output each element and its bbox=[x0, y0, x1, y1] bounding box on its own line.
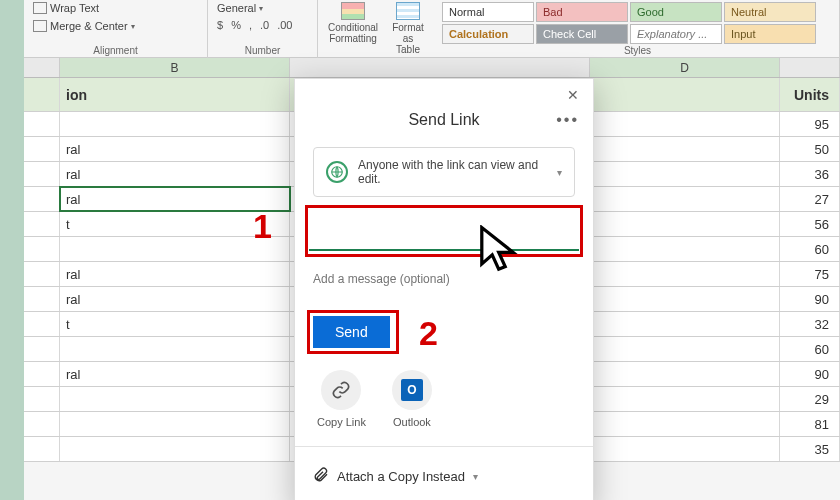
cell[interactable] bbox=[590, 137, 780, 161]
cell[interactable] bbox=[590, 337, 780, 361]
cell[interactable]: ral bbox=[60, 287, 290, 311]
cell[interactable]: 36 bbox=[780, 162, 840, 186]
cell[interactable] bbox=[24, 212, 60, 236]
style-normal[interactable]: Normal bbox=[442, 2, 534, 22]
cell[interactable] bbox=[590, 162, 780, 186]
col-header-c[interactable] bbox=[290, 58, 590, 77]
cell[interactable] bbox=[24, 362, 60, 386]
cell[interactable]: Units bbox=[780, 78, 840, 111]
style-neutral[interactable]: Neutral bbox=[724, 2, 816, 22]
cell[interactable] bbox=[24, 337, 60, 361]
cell[interactable] bbox=[24, 112, 60, 136]
cell[interactable] bbox=[590, 212, 780, 236]
style-bad[interactable]: Bad bbox=[536, 2, 628, 22]
cell[interactable] bbox=[60, 112, 290, 136]
cell[interactable] bbox=[24, 437, 60, 461]
cell[interactable]: 56 bbox=[780, 212, 840, 236]
col-header-b[interactable]: B bbox=[60, 58, 290, 77]
cell-styles-gallery: Normal Bad Good Neutral Calculation Chec… bbox=[442, 0, 833, 44]
attach-copy-button[interactable]: Attach a Copy Instead ▾ bbox=[295, 457, 593, 500]
cell[interactable] bbox=[24, 137, 60, 161]
increase-decimal-button[interactable]: .0 bbox=[257, 18, 272, 32]
style-explanatory[interactable]: Explanatory ... bbox=[630, 24, 722, 44]
style-calculation[interactable]: Calculation bbox=[442, 24, 534, 44]
cell[interactable]: 90 bbox=[780, 287, 840, 311]
send-button[interactable]: Send bbox=[313, 316, 390, 348]
cell[interactable]: 60 bbox=[780, 337, 840, 361]
cell[interactable] bbox=[24, 387, 60, 411]
outlook-button[interactable]: O Outlook bbox=[392, 370, 432, 428]
number-format-dropdown[interactable]: General ▾ bbox=[214, 0, 311, 16]
cell[interactable]: 50 bbox=[780, 137, 840, 161]
style-check-cell[interactable]: Check Cell bbox=[536, 24, 628, 44]
cell[interactable] bbox=[24, 287, 60, 311]
cell[interactable] bbox=[590, 312, 780, 336]
cell[interactable] bbox=[24, 262, 60, 286]
link-permission-button[interactable]: Anyone with the link can view and edit. … bbox=[313, 147, 575, 197]
cell[interactable]: 60 bbox=[780, 237, 840, 261]
cell[interactable] bbox=[590, 387, 780, 411]
cell[interactable]: ion bbox=[60, 78, 290, 111]
cell[interactable] bbox=[590, 78, 780, 111]
cell[interactable] bbox=[590, 237, 780, 261]
ribbon: Wrap Text Merge & Center ▾ Alignment Gen… bbox=[24, 0, 840, 58]
cell[interactable]: 35 bbox=[780, 437, 840, 461]
merge-center-button[interactable]: Merge & Center ▾ bbox=[30, 18, 201, 34]
cell[interactable]: 32 bbox=[780, 312, 840, 336]
cell[interactable]: ral bbox=[60, 362, 290, 386]
cell[interactable]: 29 bbox=[780, 387, 840, 411]
cell[interactable] bbox=[24, 187, 60, 211]
cell[interactable]: 95 bbox=[780, 112, 840, 136]
excel-window: Wrap Text Merge & Center ▾ Alignment Gen… bbox=[24, 0, 840, 500]
cell[interactable] bbox=[60, 437, 290, 461]
cell[interactable] bbox=[590, 187, 780, 211]
more-options-button[interactable]: ••• bbox=[556, 111, 579, 129]
outlook-label: Outlook bbox=[393, 416, 431, 428]
conditional-formatting-label: Conditional Formatting bbox=[328, 22, 378, 44]
annotation-number-2: 2 bbox=[419, 314, 438, 353]
col-header-e[interactable] bbox=[780, 58, 840, 77]
cell[interactable]: t bbox=[60, 312, 290, 336]
format-as-table-button[interactable]: Format as Table bbox=[386, 0, 430, 57]
cell[interactable]: ral bbox=[60, 262, 290, 286]
cell[interactable] bbox=[60, 387, 290, 411]
cell[interactable]: 27 bbox=[780, 187, 840, 211]
globe-icon bbox=[326, 161, 348, 183]
cell[interactable] bbox=[590, 412, 780, 436]
comma-button[interactable]: , bbox=[246, 18, 255, 32]
copy-link-button[interactable]: Copy Link bbox=[317, 370, 366, 428]
cell[interactable] bbox=[590, 287, 780, 311]
cell[interactable]: ral bbox=[60, 162, 290, 186]
style-input[interactable]: Input bbox=[724, 24, 816, 44]
col-header-d[interactable]: D bbox=[590, 58, 780, 77]
style-good[interactable]: Good bbox=[630, 2, 722, 22]
cell[interactable] bbox=[24, 78, 60, 111]
cell[interactable]: 75 bbox=[780, 262, 840, 286]
decrease-decimal-button[interactable]: .00 bbox=[274, 18, 295, 32]
cell[interactable] bbox=[590, 262, 780, 286]
cell[interactable] bbox=[60, 412, 290, 436]
recipients-input[interactable] bbox=[309, 211, 579, 251]
cell[interactable] bbox=[24, 162, 60, 186]
merge-icon bbox=[33, 20, 47, 32]
wrap-text-label: Wrap Text bbox=[50, 2, 99, 14]
wrap-text-button[interactable]: Wrap Text bbox=[30, 0, 201, 16]
cell[interactable] bbox=[60, 337, 290, 361]
cell[interactable] bbox=[590, 362, 780, 386]
cell[interactable]: 90 bbox=[780, 362, 840, 386]
cell[interactable] bbox=[590, 437, 780, 461]
chevron-down-icon: ▾ bbox=[557, 167, 562, 178]
currency-button[interactable]: $ bbox=[214, 18, 226, 32]
close-button[interactable]: ✕ bbox=[561, 85, 585, 105]
col-header-a[interactable] bbox=[24, 58, 60, 77]
cell[interactable] bbox=[24, 412, 60, 436]
cell[interactable] bbox=[24, 312, 60, 336]
conditional-formatting-button[interactable]: Conditional Formatting bbox=[324, 0, 382, 46]
cell[interactable]: 81 bbox=[780, 412, 840, 436]
cell[interactable]: ral bbox=[60, 137, 290, 161]
message-input[interactable] bbox=[313, 272, 573, 286]
percent-button[interactable]: % bbox=[228, 18, 244, 32]
merge-center-label: Merge & Center bbox=[50, 20, 128, 32]
cell[interactable] bbox=[24, 237, 60, 261]
cell[interactable] bbox=[590, 112, 780, 136]
